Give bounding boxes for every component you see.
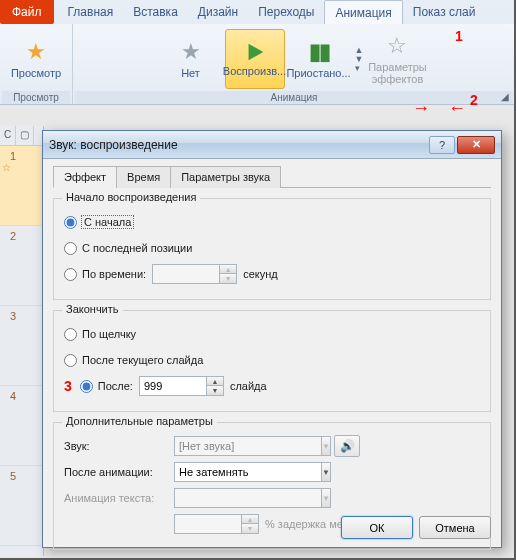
tab-file[interactable]: Файл [0,0,54,24]
gallery-up-icon[interactable]: ▲ [355,46,364,54]
label-text-anim: Анимация текста: [64,492,168,504]
tab-sound-params[interactable]: Параметры звука [170,166,281,188]
spin-up-icon: ▲ [242,515,258,524]
legend-start: Начало воспроизведения [62,191,200,203]
group-preview-label: Просмотр [2,91,70,104]
letter-delay-input [174,514,242,534]
tab-effect[interactable]: Эффект [53,166,117,188]
chevron-down-icon: ▼ [322,488,331,508]
ribbon-tabs: Файл Главная Вставка Дизайн Переходы Ани… [0,0,516,24]
ribbon: Файл Главная Вставка Дизайн Переходы Ани… [0,0,516,105]
anim-pause-button[interactable]: ▮▮ Приостано... [289,29,349,89]
pause-icon: ▮▮ [309,39,329,65]
gallery-more-icon[interactable]: ▾ [355,64,364,72]
help-button[interactable]: ? [429,136,455,154]
effect-params-label: Параметры эффектов [368,61,427,85]
anim-play-label: Воспроизв... [223,65,286,77]
slide-thumb-5[interactable]: 5 [0,466,43,546]
effect-params-button: ☆ Параметры эффектов [367,29,427,89]
star-icon: ★ [26,39,46,65]
label-sound: Звук: [64,440,168,452]
legend-end: Закончить [62,303,123,315]
slide-label: слайда [230,380,267,392]
close-button[interactable]: ✕ [457,136,495,154]
group-animation-label: Анимация ◢ [75,91,513,104]
tab-insert[interactable]: Вставка [123,0,188,24]
star-gray-icon: ★ [181,39,201,65]
letter-delay-spinner: ▲▼ [174,514,259,534]
preview-button[interactable]: ★ Просмотр [6,29,66,89]
anim-play-button[interactable]: Воспроизв... [225,29,285,89]
sound-combo: ▼ [174,436,324,456]
after-spinner[interactable]: ▲▼ [139,376,224,396]
spin-up-icon: ▲ [220,265,236,274]
dialog-title: Звук: воспроизведение [49,138,427,152]
star-outline-icon: ☆ [387,33,407,59]
speaker-icon: 🔊 [340,439,355,453]
slide-panel: С▢ 1☆ 2 3 4 5 [0,126,44,556]
dialog-footer: ОК Отмена [341,516,491,539]
anim-pause-label: Приостано... [286,67,350,79]
time-spinner: ▲▼ [152,264,237,284]
after-anim-combo[interactable]: ▼ [174,462,324,482]
svg-marker-0 [248,43,263,60]
tab-slideshow[interactable]: Показ слай [403,0,486,24]
radio-from-last[interactable]: С последней позиции [64,242,192,255]
preview-label: Просмотр [11,67,61,79]
text-anim-input [174,488,322,508]
spin-down-icon[interactable]: ▼ [207,386,223,395]
play-icon [244,41,266,63]
tab-design[interactable]: Дизайн [188,0,248,24]
fieldset-start: Начало воспроизведения С начала С послед… [53,198,491,300]
tab-transitions[interactable]: Переходы [248,0,324,24]
ok-button[interactable]: ОК [341,516,413,539]
anim-none-label: Нет [181,67,200,79]
spin-up-icon[interactable]: ▲ [207,377,223,386]
radio-after-n[interactable]: После: [80,380,133,393]
anim-none-button[interactable]: ★ Нет [161,29,221,89]
tab-time[interactable]: Время [116,166,171,188]
after-input[interactable] [139,376,207,396]
spin-down-icon: ▼ [220,274,236,283]
radio-after-current[interactable]: После текущего слайда [64,354,203,367]
sound-input [174,436,322,456]
slide-thumb-4[interactable]: 4 [0,386,43,466]
ribbon-body: ★ Просмотр Просмотр ★ Нет Воспроизв... [0,24,516,104]
chevron-down-icon[interactable]: ▼ [322,462,331,482]
time-input [152,264,220,284]
radio-from-start[interactable]: С начала [64,216,133,229]
gallery-nav[interactable]: ▲ ▼ ▾ [355,46,364,72]
seconds-label: секунд [243,268,278,280]
dialog-titlebar[interactable]: Звук: воспроизведение ? ✕ [43,131,501,159]
sound-preview-button[interactable]: 🔊 [334,435,360,457]
dialog-launcher-icon[interactable]: ◢ [499,91,511,103]
group-animation: ★ Нет Воспроизв... ▮▮ Приостано... ▲ ▼ ▾ [73,24,516,104]
legend-extra: Дополнительные параметры [62,415,217,427]
dialog-tabs: Эффект Время Параметры звука [53,165,491,188]
fieldset-end: Закончить По щелчку После текущего слайд… [53,310,491,412]
tab-animation[interactable]: Анимация [324,0,402,24]
after-anim-input[interactable] [174,462,322,482]
slide-thumb-3[interactable]: 3 [0,306,43,386]
annotation-3: 3 [64,378,72,394]
text-anim-combo: ▼ [174,488,324,508]
radio-on-click[interactable]: По щелчку [64,328,136,341]
dialog-sound-playback: Звук: воспроизведение ? ✕ Эффект Время П… [42,130,502,548]
radio-by-time[interactable]: По времени: [64,268,146,281]
label-after-anim: После анимации: [64,466,168,478]
tab-home[interactable]: Главная [58,0,124,24]
slide-thumb-1[interactable]: 1☆ [0,146,43,226]
cancel-button[interactable]: Отмена [419,516,491,539]
spin-down-icon: ▼ [242,524,258,533]
group-preview: ★ Просмотр Просмотр [0,24,73,104]
chevron-down-icon: ▼ [322,436,331,456]
slide-thumb-2[interactable]: 2 [0,226,43,306]
gallery-down-icon[interactable]: ▼ [355,55,364,63]
